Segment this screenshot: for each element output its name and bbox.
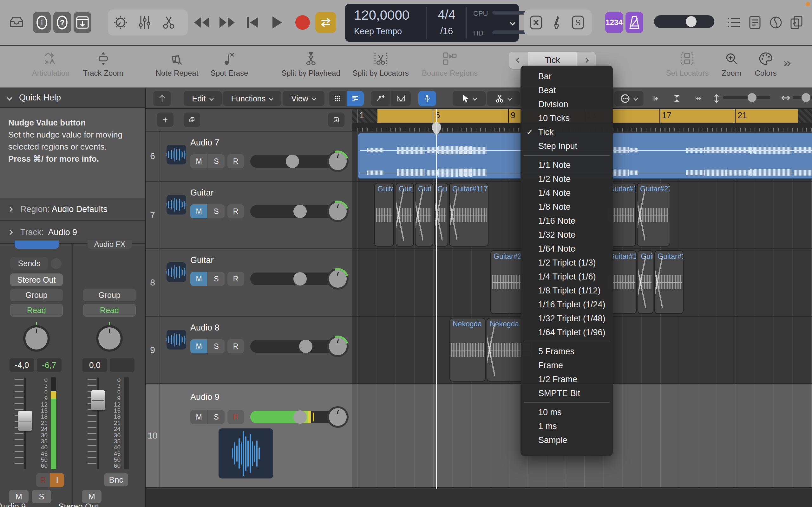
toolbar-overflow-button[interactable] xyxy=(783,59,790,67)
pan-knob[interactable] xyxy=(329,337,347,355)
menu-item-stepinput[interactable]: Step Input xyxy=(520,139,613,153)
master-volume-slider[interactable] xyxy=(654,15,714,28)
menu-item-beat[interactable]: Beat xyxy=(520,83,613,97)
mute-button[interactable]: M xyxy=(82,490,101,503)
record-enable-button[interactable]: R xyxy=(227,272,244,286)
track-header-config-button[interactable] xyxy=(328,112,345,127)
move-up-button[interactable] xyxy=(153,91,171,106)
play-button[interactable] xyxy=(268,12,286,33)
volume-fader[interactable] xyxy=(91,390,105,410)
grid-view-icon[interactable] xyxy=(329,91,346,106)
solo-button[interactable]: S xyxy=(207,154,224,168)
track-name[interactable]: Guitar xyxy=(190,256,214,265)
input-monitor-button[interactable]: I xyxy=(50,473,64,487)
pointer-tool-menu[interactable] xyxy=(453,91,486,106)
volume-value[interactable]: 0,0 xyxy=(83,358,107,372)
solo-button[interactable]: S xyxy=(207,410,224,424)
region-inspector-row[interactable]: Region: Audio Defaults xyxy=(0,199,145,221)
menu-item-14triplet16[interactable]: 1/4 Triplet (1/6) xyxy=(520,270,613,284)
volume-thumb[interactable] xyxy=(299,340,312,353)
audio-region-guitar2[interactable]: Guitar#2 xyxy=(490,250,525,314)
record-enable-button[interactable]: R xyxy=(227,154,244,168)
audio-region-guit[interactable]: Guit xyxy=(396,183,414,246)
note-pads-icon[interactable] xyxy=(746,12,764,33)
split-tool-icon[interactable] xyxy=(418,91,436,106)
menu-item-14note[interactable]: 1/4 Note xyxy=(520,186,613,200)
menu-item-12frame[interactable]: 1/2 Frame xyxy=(520,372,613,386)
solo-button[interactable]: S xyxy=(207,205,224,218)
menu-item-1ms[interactable]: 1 ms xyxy=(520,419,613,433)
secondary-tool-menu[interactable] xyxy=(487,91,520,106)
audio-region-guitar27[interactable]: Guitar#27 xyxy=(637,183,670,246)
menu-item-5frames[interactable]: 5 Frames xyxy=(520,344,613,358)
menu-item-bar[interactable]: Bar xyxy=(520,69,613,83)
toolbar-item-track-zoom[interactable]: Track Zoom xyxy=(83,52,123,78)
toolbar-item-zoom[interactable]: Zoom xyxy=(722,52,741,78)
audio-region-guita[interactable]: Guita xyxy=(374,183,394,246)
group-button[interactable]: Group xyxy=(83,289,136,301)
volume-value[interactable]: -4,0 xyxy=(9,358,34,372)
track-header-audio-8[interactable]: 9Audio 8 M SR xyxy=(146,317,352,384)
tuner-icon[interactable] xyxy=(548,12,566,33)
mixer-icon[interactable] xyxy=(136,12,154,33)
stop-return-button[interactable] xyxy=(244,12,261,33)
add-track-button[interactable] xyxy=(157,112,173,127)
pan-knob[interactable] xyxy=(98,327,120,349)
menu-item-12triplet13[interactable]: 1/2 Triplet (1/3) xyxy=(520,256,613,270)
menu-item-12note[interactable]: 1/2 Note xyxy=(520,172,613,186)
output-button[interactable]: Stereo Out xyxy=(10,274,63,286)
mute-button[interactable]: M xyxy=(9,490,29,503)
duplicate-track-button[interactable] xyxy=(184,112,200,127)
volume-thumb[interactable] xyxy=(293,272,307,285)
menu-item-division[interactable]: Division xyxy=(520,97,613,111)
horizontal-zoom-slider[interactable] xyxy=(793,96,812,99)
mute-button[interactable]: M xyxy=(190,410,207,424)
cycle-button[interactable] xyxy=(315,12,336,33)
share-icon[interactable] xyxy=(788,12,806,33)
audio-region-guitar1[interactable]: Guitar#1 xyxy=(654,250,683,314)
menu-item-164note[interactable]: 1/64 Note xyxy=(520,242,613,256)
menu-item-11note[interactable]: 1/1 Note xyxy=(520,158,613,172)
menu-item-tick[interactable]: ✓Tick xyxy=(520,125,613,139)
playhead[interactable] xyxy=(436,109,437,489)
tempo-value[interactable]: 120,0000 xyxy=(354,8,409,23)
vertical-zoom-thumb[interactable] xyxy=(748,93,757,102)
time-signature[interactable]: 4/4 xyxy=(433,8,460,22)
menu-item-10ticks[interactable]: 10 Ticks xyxy=(520,111,613,125)
toolbar-item-split-by-playhead[interactable]: Split by Playhead xyxy=(281,52,340,78)
track-header-guitar[interactable]: 8Guitar M SR xyxy=(146,249,352,317)
track-name[interactable]: Audio 7 xyxy=(190,138,219,148)
mute-button[interactable]: M xyxy=(190,272,207,286)
quick-help-toggle-button[interactable]: ? xyxy=(53,12,71,33)
track-header-guitar[interactable]: 7Guitar M SR xyxy=(146,181,352,249)
sends-knob[interactable] xyxy=(51,258,61,269)
menu-item-132triplet148[interactable]: 1/32 Triplet (1/48) xyxy=(520,312,613,326)
volume-slider[interactable] xyxy=(250,411,342,424)
record-enable-button[interactable]: R xyxy=(36,473,50,487)
menu-item-18note[interactable]: 1/8 Note xyxy=(520,200,613,214)
volume-thumb[interactable] xyxy=(286,155,299,168)
record-enable-button[interactable]: R xyxy=(227,410,244,424)
sends-button[interactable]: Sends xyxy=(10,257,48,270)
menu-item-116triplet124[interactable]: 1/16 Triplet (1/24) xyxy=(520,297,613,312)
toolbar-item-note-repeat[interactable]: Note Repeat xyxy=(156,52,199,78)
audio-region-guit[interactable]: Guit xyxy=(638,250,653,314)
vertical-auto-zoom-icon[interactable] xyxy=(668,91,686,106)
volume-thumb[interactable] xyxy=(293,205,307,218)
track-header-audio-9[interactable]: 10Audio 9 M SR xyxy=(146,384,352,488)
solo-button[interactable]: S xyxy=(32,490,51,503)
peak-value[interactable] xyxy=(110,358,135,372)
pan-knob[interactable] xyxy=(329,270,347,288)
track-name[interactable]: Guitar xyxy=(190,188,214,198)
division-value[interactable]: /16 xyxy=(433,26,460,37)
library-icon[interactable] xyxy=(8,12,26,33)
autopunch-icon[interactable] xyxy=(527,12,545,33)
menu-item-sample[interactable]: Sample xyxy=(520,433,613,447)
smart-controls-icon[interactable] xyxy=(112,12,130,33)
menu-item-18triplet112[interactable]: 1/8 Triplet (1/12) xyxy=(520,284,613,297)
rewind-button[interactable] xyxy=(193,12,211,33)
peak-value[interactable]: -6,7 xyxy=(37,358,61,372)
bounce-button[interactable]: Bnc xyxy=(104,473,128,487)
menu-item-frame[interactable]: Frame xyxy=(520,358,613,372)
count-in-button[interactable]: 1234 xyxy=(605,12,623,33)
